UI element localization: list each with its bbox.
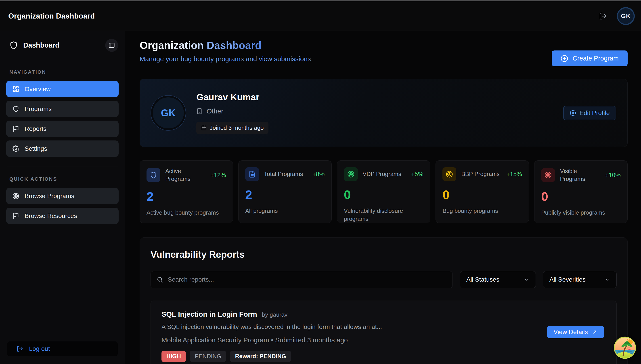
plus-circle-icon [560,55,568,62]
target-icon [344,167,358,181]
stat-card-bbp-programs: BBP Programs +15% 0 Bug bounty programs [436,160,529,223]
stat-title: Active Programs [165,167,206,183]
stat-trend: +5% [411,171,424,178]
stat-caption: Bug bounty programs [442,207,522,215]
sidebar-divider [7,166,118,167]
stat-title: VDP Programs [363,170,406,178]
stat-title: Total Programs [264,170,308,178]
report-description: A SQL injection vulnerability was discov… [162,323,606,330]
sidebar: Dashboard NAVIGATION Overview Program [0,31,125,364]
stat-card-active-programs: Active Programs +12% 2 Active bug bounty… [140,160,233,223]
logout-icon[interactable] [599,12,607,20]
edit-profile-label: Edit Profile [580,110,610,116]
dashboard-grid-icon [12,86,19,92]
sidebar-item-overview[interactable]: Overview [6,81,118,97]
flag-icon [12,212,19,219]
shield-icon [146,168,160,182]
main-content: Organization Dashboard Manage your bug b… [125,31,641,364]
shield-icon [12,106,19,112]
avatar[interactable]: GK [617,7,635,25]
report-title: SQL Injection in Login Form [162,310,257,318]
page-title: Organization Dashboard [140,39,311,52]
building-icon [196,108,202,114]
sidebar-header: Dashboard [0,31,125,60]
stat-value: 2 [245,187,325,202]
sidebar-divider [7,335,118,335]
sidebar-brand: Dashboard [23,41,60,49]
flag-icon [12,126,19,132]
view-details-label: View Details [554,328,588,336]
gear-icon [570,110,576,116]
header-actions: GK [599,7,635,25]
severity-badge: HIGH [162,350,186,362]
palm-island-icon [614,336,636,359]
sidebar-item-label: Browse Resources [24,212,77,220]
quick-actions-section-label: QUICK ACTIONS [10,176,125,182]
sidebar-item-label: Overview [24,86,51,93]
report-author: by gaurav [262,311,288,318]
joined-badge: Joined 3 months ago [196,122,268,134]
sidebar-collapse-button[interactable] [105,39,118,52]
sidebar-item-browse-resources[interactable]: Browse Resources [6,208,118,224]
stat-caption: All programs [245,207,325,215]
severity-filter-dropdown[interactable]: All Severities [543,271,617,288]
edit-profile-button[interactable]: Edit Profile [563,106,616,120]
sidebar-item-settings[interactable]: Settings [6,140,118,157]
sidebar-item-label: Settings [24,145,47,152]
stat-trend: +12% [210,172,226,179]
stat-value: 0 [442,187,522,202]
create-program-label: Create Program [573,55,619,62]
stat-title: Visible Programs [560,167,600,183]
status-badge: PENDING [190,350,226,362]
logout-icon [16,346,23,352]
profile-name: Gaurav Kumar [196,92,268,102]
create-program-button[interactable]: Create Program [552,50,628,66]
logout-label: Log out [29,345,50,352]
stat-caption: Publicly visible programs [541,208,621,216]
top-bar: Organization Dashboard GK [0,1,641,31]
sidebar-footer: Log out [0,329,125,364]
navigation-section-label: NAVIGATION [10,69,125,75]
palm-island-badge[interactable] [614,336,636,359]
chevron-down-icon [604,277,610,282]
chevron-down-icon [524,277,529,282]
panel-left-icon [108,42,115,49]
stat-value: 0 [541,189,621,204]
stat-card-total-programs: Total Programs +8% 2 All programs [238,160,332,223]
view-details-button[interactable]: View Details [547,326,604,338]
sidebar-item-label: Programs [24,106,52,112]
shield-icon [10,41,18,50]
sidebar-item-label: Reports [24,125,46,132]
target-icon [442,167,456,181]
profile-card: GK Gaurav Kumar Other Joined 3 months ag… [140,79,628,147]
profile-avatar: GK [151,96,186,130]
stat-title: BBP Programs [461,170,502,178]
page-subtitle: Manage your bug bounty programs and view… [140,55,311,63]
sidebar-item-reports[interactable]: Reports [6,120,118,137]
sidebar-item-browse-programs[interactable]: Browse Programs [6,188,118,204]
file-text-icon [245,167,259,181]
arrow-up-right-icon [592,329,598,335]
report-meta: Mobile Application Security Program • Su… [162,336,606,344]
target-icon [12,193,19,200]
stat-card-visible-programs: Visible Programs +10% 0 Publicly visible… [534,160,628,223]
status-filter-dropdown[interactable]: All Statuses [460,271,536,288]
severity-filter-value: All Severities [550,276,586,283]
reward-badge: Reward: PENDING [230,350,291,362]
status-filter-value: All Statuses [466,276,500,283]
stats-row: Active Programs +12% 2 Active bug bounty… [140,160,628,223]
sidebar-item-programs[interactable]: Programs [6,101,118,117]
stat-caption: Active bug bounty programs [146,208,226,216]
stat-value: 0 [344,187,424,202]
search-input[interactable] [168,276,447,283]
search-box [150,271,453,288]
logout-button[interactable]: Log out [7,342,118,356]
profile-org-type: Other [206,108,223,115]
reports-title: Vulnerability Reports [150,249,617,260]
app-title: Organization Dashboard [8,12,95,20]
app-window: Organization Dashboard GK Dashboard NA [0,0,641,364]
vulnerability-reports-panel: Vulnerability Reports All Statuses [140,238,628,364]
sidebar-item-label: Browse Programs [24,192,74,200]
gear-icon [12,146,19,152]
stat-trend: +15% [506,171,522,178]
